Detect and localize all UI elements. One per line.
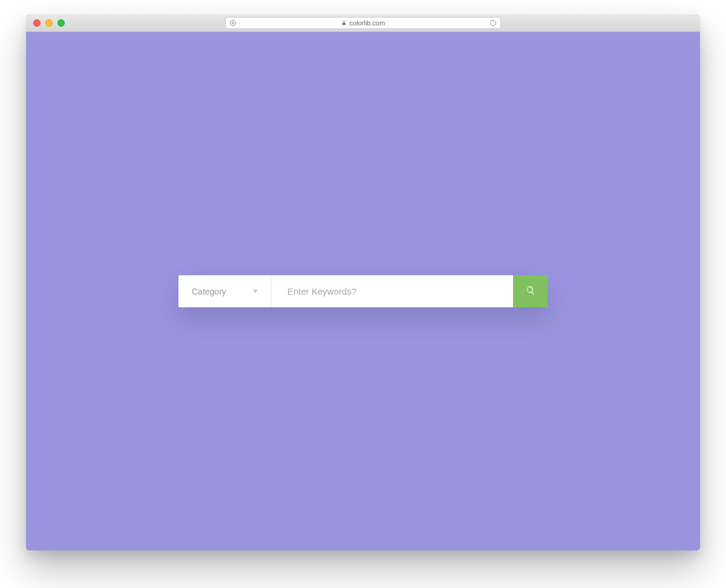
- search-button[interactable]: [513, 275, 548, 307]
- browser-window: colorlib.com Category: [26, 15, 700, 550]
- reload-icon[interactable]: [489, 19, 497, 27]
- svg-rect-3: [342, 23, 345, 25]
- address-bar-domain: colorlib.com: [350, 19, 385, 27]
- browser-titlebar: colorlib.com: [26, 15, 700, 32]
- category-select-label: Category: [192, 287, 226, 296]
- window-maximize-button[interactable]: [57, 19, 65, 27]
- search-form: Category: [178, 275, 548, 307]
- window-controls: [33, 19, 65, 27]
- window-close-button[interactable]: [33, 19, 41, 27]
- share-icon[interactable]: [229, 19, 237, 27]
- keywords-input[interactable]: [272, 275, 513, 307]
- window-minimize-button[interactable]: [45, 19, 53, 27]
- page-viewport: Category: [26, 32, 700, 550]
- chevron-down-icon: [253, 290, 258, 293]
- search-icon: [526, 286, 535, 298]
- lock-icon: [341, 20, 347, 26]
- category-select[interactable]: Category: [178, 275, 272, 307]
- address-bar[interactable]: colorlib.com: [225, 17, 501, 29]
